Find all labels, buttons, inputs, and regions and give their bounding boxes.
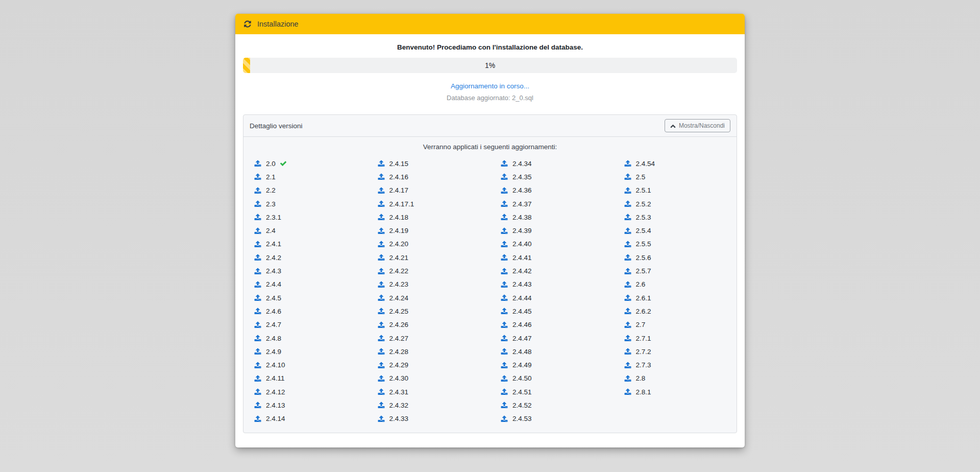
- version-label: 2.4.31: [389, 388, 409, 396]
- version-item: 2.4.39: [490, 224, 614, 237]
- upload-icon: [500, 335, 508, 342]
- version-label: 2.4.35: [512, 173, 532, 181]
- version-label: 2.4.53: [512, 415, 532, 422]
- version-item: 2.4.20: [367, 238, 491, 251]
- version-label: 2.5.6: [636, 254, 651, 262]
- upload-icon: [500, 227, 508, 234]
- install-window: Installazione Benvenuto! Procediamo con …: [235, 14, 745, 447]
- version-item: 2.4.10: [243, 358, 367, 371]
- upload-icon: [254, 241, 262, 248]
- version-item: 2.4.17.1: [367, 197, 491, 210]
- version-item: 2.7: [614, 318, 737, 332]
- version-label: 2.4.54: [636, 160, 655, 168]
- version-label: 2.8.1: [636, 388, 651, 396]
- version-item: 2.5.3: [614, 210, 737, 224]
- upload-icon: [377, 200, 385, 207]
- version-label: 2.4.22: [389, 267, 409, 275]
- version-item: 2.1: [243, 170, 367, 183]
- version-label: 2.4.47: [512, 335, 532, 342]
- upload-icon: [377, 348, 385, 355]
- upload-icon: [624, 362, 632, 369]
- upload-icon: [377, 214, 385, 221]
- version-label: 2.4: [266, 227, 276, 234]
- version-item: 2.4.29: [367, 358, 491, 371]
- status-message: Aggiornamento in corso...: [243, 82, 737, 90]
- version-label: 2.4.27: [389, 335, 409, 342]
- upload-icon: [500, 214, 508, 221]
- upload-icon: [500, 415, 508, 422]
- toggle-versions-button[interactable]: Mostra/Nascondi: [665, 119, 730, 132]
- version-label: 2.4.28: [389, 348, 409, 356]
- version-label: 2.4.2: [266, 254, 281, 262]
- upload-icon: [624, 160, 632, 167]
- version-item: 2.5.1: [614, 184, 737, 197]
- version-label: 2.4.23: [389, 280, 409, 288]
- upload-icon: [377, 281, 385, 288]
- version-label: 2.6.2: [636, 308, 651, 315]
- version-label: 2.5.3: [636, 214, 651, 221]
- upload-icon: [500, 308, 508, 315]
- upload-icon: [254, 375, 262, 382]
- versions-intro: Verranno applicati i seguenti aggiorname…: [243, 143, 737, 151]
- version-label: 2.4.13: [266, 402, 285, 409]
- upload-icon: [254, 227, 262, 234]
- version-item: 2.4.46: [490, 318, 614, 332]
- version-item: 2.4.3: [243, 264, 367, 277]
- version-label: 2.4.1: [266, 240, 281, 248]
- version-label: 2.5.1: [636, 186, 651, 194]
- version-item: 2.4.48: [490, 345, 614, 358]
- versions-panel: Dettaglio versioni Mostra/Nascondi Verra…: [243, 114, 737, 433]
- upload-icon: [377, 415, 385, 422]
- upload-icon: [377, 160, 385, 167]
- version-label: 2.4.37: [512, 200, 532, 208]
- version-item: 2.4.25: [367, 304, 491, 318]
- version-label: 2.4.41: [512, 254, 532, 262]
- version-item: 2.4.13: [243, 398, 367, 412]
- upload-icon: [624, 241, 632, 248]
- version-item: 2.4.18: [367, 210, 491, 224]
- upload-icon: [377, 335, 385, 342]
- version-label: 2.4.25: [389, 308, 409, 315]
- version-label: 2.4.7: [266, 321, 281, 328]
- upload-icon: [624, 254, 632, 261]
- version-label: 2.4.14: [266, 415, 285, 422]
- upload-icon: [254, 200, 262, 207]
- upload-icon: [624, 375, 632, 382]
- version-item: 2.4.19: [367, 224, 491, 237]
- upload-icon: [254, 173, 262, 180]
- version-label: 2.8: [636, 374, 646, 382]
- version-label: 2.5.4: [636, 227, 651, 234]
- version-item: 2.3.1: [243, 210, 367, 224]
- version-label: 2.4.21: [389, 254, 409, 262]
- upload-icon: [377, 402, 385, 409]
- version-item: 2.4.53: [490, 412, 614, 426]
- version-item: 2.4.26: [367, 318, 491, 332]
- versions-panel-title: Dettaglio versioni: [250, 122, 303, 130]
- upload-icon: [377, 227, 385, 234]
- version-label: 2.4.42: [512, 267, 532, 275]
- version-label: 2.4.11: [266, 374, 285, 382]
- upload-icon: [624, 348, 632, 355]
- version-item: 2.8.1: [614, 385, 737, 398]
- version-item: 2.8: [614, 372, 737, 385]
- version-item: 2.4.30: [367, 372, 491, 385]
- upload-icon: [377, 294, 385, 301]
- versions-panel-body: Verranno applicati i seguenti aggiorname…: [243, 137, 737, 433]
- version-label: 2.4.33: [389, 415, 409, 422]
- version-item: 2.4.50: [490, 372, 614, 385]
- version-item: 2.4.14: [243, 412, 367, 426]
- version-label: 2.2: [266, 186, 276, 194]
- upload-icon: [500, 402, 508, 409]
- version-label: 2.4.39: [512, 227, 532, 234]
- upload-icon: [377, 187, 385, 194]
- version-label: 2.4.51: [512, 388, 532, 396]
- version-label: 2.4.12: [266, 388, 285, 396]
- version-label: 2.4.45: [512, 308, 532, 315]
- upload-icon: [254, 268, 262, 275]
- version-item: 2.4.33: [367, 412, 491, 426]
- upload-icon: [500, 281, 508, 288]
- version-label: 2.3: [266, 200, 276, 208]
- versions-grid: 2.02.12.22.32.3.12.42.4.12.4.22.4.32.4.4…: [243, 157, 737, 426]
- upload-icon: [624, 294, 632, 301]
- upload-icon: [624, 173, 632, 180]
